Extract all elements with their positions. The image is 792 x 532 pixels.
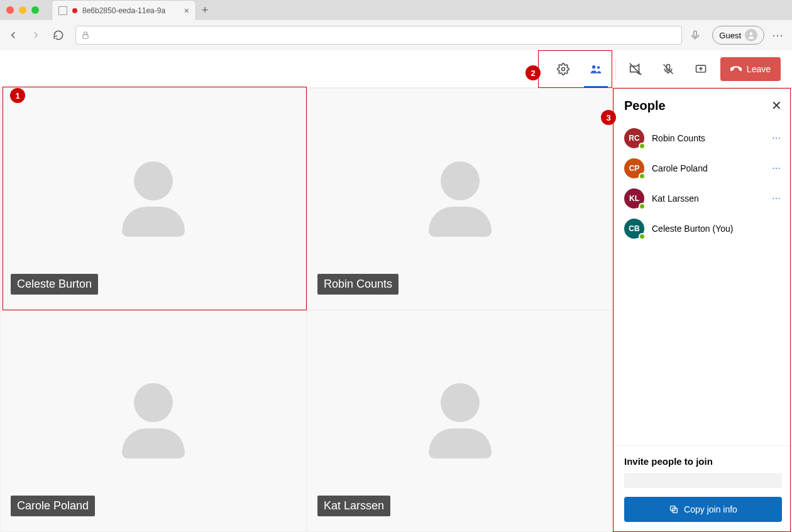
people-panel-title: People [624,99,666,113]
tab-bar: 8e6b2850-eeda-11ea-9a × + [0,0,792,20]
participant-avatar: RC [624,128,644,148]
camera-off-icon [629,62,642,76]
svg-point-2 [750,32,753,35]
page-icon [58,6,67,15]
camera-toggle-button[interactable] [625,50,646,88]
forward-button[interactable] [30,30,45,41]
participant-more-button[interactable]: ⋯ [772,163,782,173]
leave-label: Leave [747,64,771,74]
svg-point-5 [597,66,600,68]
window-minimize-button[interactable] [19,6,26,14]
browser-menu-button[interactable]: ⋯ [772,28,784,42]
toolbar-group-media [616,50,720,88]
mic-permission-icon[interactable] [690,30,705,41]
annotation-badge-3: 3 [601,110,616,125]
participant-name-tag: Carole Poland [11,496,95,516]
toolbar: Guest ⋯ [0,20,792,50]
participant-avatar: CP [624,158,644,178]
people-list-item[interactable]: RC Robin Counts ⋯ [619,123,787,153]
video-grid: Celeste Burton Robin Counts Carole Polan… [0,88,613,532]
window-controls [6,6,39,14]
annotation-badge-1: 1 [10,88,25,103]
people-button[interactable] [585,50,607,88]
profile-button[interactable]: Guest [712,26,764,45]
people-list-item[interactable]: CB Celeste Burton (You) [619,214,787,244]
profile-label: Guest [719,31,741,40]
avatar-icon [745,29,757,41]
participant-name: Celeste Burton (You) [652,224,733,234]
meeting-toolbar: Leave [0,50,792,88]
window-close-button[interactable] [6,6,14,14]
address-bar[interactable] [75,26,682,45]
svg-point-3 [561,67,564,70]
people-list-item[interactable]: KL Kat Larssen ⋯ [619,183,787,214]
svg-rect-0 [83,35,88,38]
people-panel: People ✕ RC Robin Counts ⋯ CP Carole Pol… [613,88,792,532]
mic-off-icon [662,63,674,75]
avatar-placeholder-icon [122,383,185,459]
meeting-body: Celeste Burton Robin Counts Carole Polan… [0,88,792,532]
presence-icon [639,173,646,180]
annotation-badge-2: 2 [525,65,541,80]
browser-tab[interactable]: 8e6b2850-eeda-11ea-9a × [52,0,196,20]
tab-title: 8e6b2850-eeda-11ea-9a [82,6,165,15]
meeting-app: Leave Celeste Burton Robin Counts Carole… [0,50,792,532]
participant-name: Robin Counts [652,133,705,143]
people-list: RC Robin Counts ⋯ CP Carole Poland ⋯ KL … [614,119,792,445]
window-maximize-button[interactable] [31,6,39,14]
lock-icon [81,31,90,40]
participant-name-tag: Robin Counts [317,274,399,295]
participant-avatar: CB [624,219,644,239]
avatar-placeholder-icon [429,383,492,459]
new-tab-button[interactable]: + [196,4,214,17]
recording-indicator-icon [72,8,77,13]
copy-join-info-label: Copy join info [684,504,737,514]
svg-point-4 [592,65,595,68]
hangup-icon [730,63,742,75]
people-icon [590,63,602,75]
back-button[interactable] [8,30,23,41]
presence-icon [639,143,646,149]
people-panel-header: People ✕ [614,88,792,119]
participant-avatar: KL [624,188,644,209]
invite-input[interactable] [624,473,782,488]
video-tile[interactable]: Robin Counts [307,88,613,310]
share-screen-icon [695,63,707,75]
leave-button[interactable]: Leave [720,57,781,81]
participant-name: Carole Poland [652,163,708,173]
close-panel-button[interactable]: ✕ [771,98,782,113]
toolbar-group-settings [544,50,615,88]
participant-name-tag: Kat Larssen [317,496,390,516]
presence-icon [639,233,646,240]
video-tile[interactable]: Carole Poland [0,310,307,533]
gear-icon [557,63,569,75]
browser-chrome: 8e6b2850-eeda-11ea-9a × + Guest ⋯ [0,0,792,50]
avatar-placeholder-icon [122,161,185,237]
mic-toggle-button[interactable] [657,50,679,88]
people-list-item[interactable]: CP Carole Poland ⋯ [619,153,787,183]
participant-name-tag: Celeste Burton [11,274,98,295]
svg-line-6 [630,63,641,74]
participant-name: Kat Larssen [652,193,699,204]
svg-rect-1 [694,31,697,36]
invite-title: Invite people to join [624,456,782,467]
participant-more-button[interactable]: ⋯ [772,133,782,143]
video-tile[interactable]: Kat Larssen [307,310,613,533]
tab-close-button[interactable]: × [184,6,189,16]
video-tile[interactable]: Celeste Burton [0,88,307,310]
copy-icon [669,504,679,514]
settings-button[interactable] [553,50,574,88]
copy-join-info-button[interactable]: Copy join info [624,497,782,522]
participant-more-button[interactable]: ⋯ [772,193,782,204]
invite-section: Invite people to join Copy join info [614,445,792,532]
reload-button[interactable] [53,30,68,41]
share-screen-button[interactable] [690,50,712,88]
avatar-placeholder-icon [429,161,492,237]
presence-icon [639,203,646,210]
